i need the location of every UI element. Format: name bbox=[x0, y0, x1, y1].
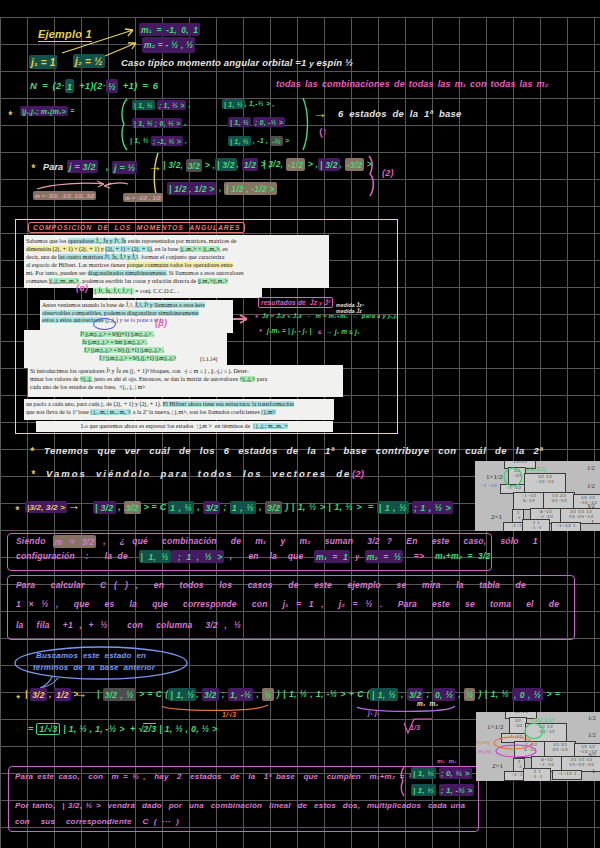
svg-text:m₁,m₂: m₁,m₂ bbox=[478, 748, 491, 754]
svg-text:(3/2,1/2): (3/2,1/2) bbox=[532, 717, 554, 723]
svg-text:(3/2,3/2): (3/2,3/2) bbox=[524, 466, 546, 472]
svg-text:m₁+m₂: m₁+m₂ bbox=[476, 739, 491, 745]
